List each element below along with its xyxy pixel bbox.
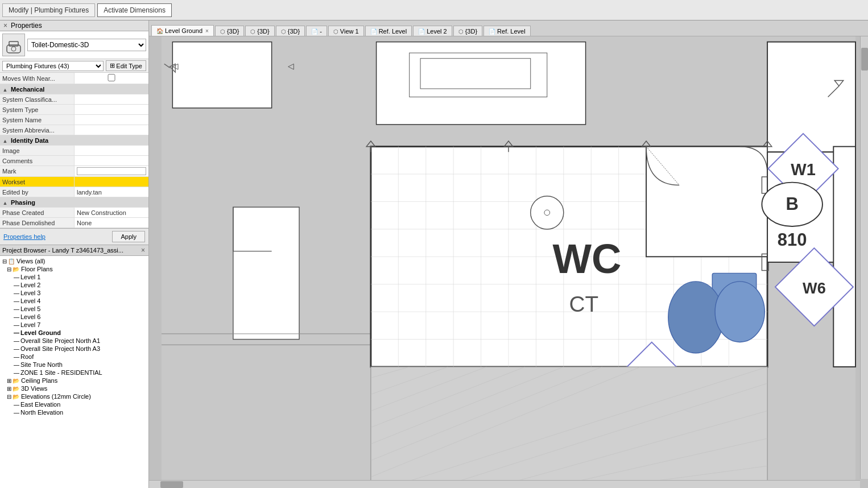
tree-roof[interactable]: — Roof — [0, 353, 148, 361]
floor-plans-toggle[interactable]: ⊟ — [7, 266, 11, 272]
mechanical-collapse-icon[interactable]: ▲ — [2, 87, 8, 93]
tab-ref-level-2[interactable]: 📄 Ref. Level — [483, 26, 531, 36]
mark-value[interactable] — [75, 166, 149, 177]
filter-dropdown[interactable]: Plumbing Fixtures (43) — [2, 61, 104, 71]
system-type-value[interactable] — [75, 105, 149, 115]
image-value[interactable] — [75, 146, 149, 156]
tree-level-ground[interactable]: — Level Ground — [0, 329, 148, 337]
tree-floor-plans[interactable]: ⊟ 📂 Floor Plans — [0, 265, 148, 273]
svg-text:WC: WC — [552, 235, 621, 282]
phase-created-label: Phase Created — [0, 208, 75, 218]
views-all-toggle[interactable]: ⊟ — [2, 258, 7, 264]
tab-3d-3-label: {3D} — [288, 28, 300, 35]
tree-site-true-north[interactable]: — Site True North — [0, 361, 148, 369]
phasing-collapse-icon[interactable]: ▲ — [2, 200, 8, 206]
tree-north-elevation[interactable]: — North Elevation — [0, 408, 148, 416]
3d-views-toggle[interactable]: ⊞ — [7, 386, 11, 392]
tree-overall-north-a3[interactable]: — Overall Site Project North A3 — [0, 345, 148, 353]
system-abbrevia-value[interactable] — [75, 125, 149, 135]
tree-zone-1-residential[interactable]: — ZONE 1 Site - RESIDENTIAL — [0, 369, 148, 377]
elevations-toggle[interactable]: ⊟ — [7, 394, 11, 400]
identity-data-label: Identity Data — [11, 137, 48, 144]
system-name-label: System Name — [0, 115, 75, 125]
properties-scroll[interactable]: Moves With Near... ▲ Mechanical — [0, 73, 148, 228]
edit-type-label: Edit Type — [116, 63, 142, 69]
edited-by-row: Edited by landy.tan — [0, 187, 148, 197]
horizontal-scroll-thumb[interactable] — [160, 481, 183, 488]
svg-point-35 — [531, 196, 564, 229]
svg-rect-46 — [833, 147, 855, 367]
canvas-area[interactable]: WC CT — [149, 36, 868, 488]
system-abbrevia-row: System Abbrevia... — [0, 125, 148, 135]
phase-demolished-row: Phase Demolished None — [0, 218, 148, 228]
moves-with-near-row: Moves With Near... — [0, 73, 148, 84]
tree-level-4[interactable]: — Level 4 — [0, 297, 148, 305]
phase-demolished-value[interactable]: None — [75, 218, 149, 228]
horizontal-scrollbar[interactable] — [149, 480, 860, 488]
tree-level-1[interactable]: — Level 1 — [0, 273, 148, 281]
component-dropdown[interactable]: Toilet-Domestic-3D — [27, 39, 146, 51]
system-name-value[interactable] — [75, 115, 149, 125]
moves-with-near-checkbox[interactable] — [77, 74, 146, 81]
tree-overall-north-a1[interactable]: — Overall Site Project North A1 — [0, 337, 148, 345]
moves-with-near-value[interactable] — [75, 73, 149, 84]
tab-3d-3[interactable]: ⬡ {3D} — [276, 26, 305, 36]
browser-tree[interactable]: ⊟ 📋 Views (all) ⊟ 📂 Floor Plans — Level … — [0, 256, 148, 488]
vertical-scrollbar[interactable] — [860, 36, 868, 479]
identity-data-section-header: ▲ Identity Data — [0, 135, 148, 146]
browser-title: Project Browser - Landy T z3461473_assi.… — [2, 247, 123, 254]
workset-value[interactable] — [75, 177, 149, 187]
tree-views-all[interactable]: ⊟ 📋 Views (all) — [0, 257, 148, 265]
tree-3d-views[interactable]: ⊞ 📂 3D Views — [0, 384, 148, 392]
system-classifica-value[interactable] — [75, 94, 149, 105]
tree-elevations[interactable]: ⊟ 📂 Elevations (12mm Circle) — [0, 392, 148, 400]
tree-level-7[interactable]: — Level 7 — [0, 321, 148, 329]
tab-3d-4[interactable]: ⬡ {3D} — [453, 26, 482, 36]
modify-button[interactable]: Modify | Plumbing Fixtures — [2, 3, 95, 17]
tree-east-elevation[interactable]: — East Elevation — [0, 400, 148, 408]
left-panel: × Properties Toilet-Domestic-3D — [0, 20, 149, 488]
tab-ref-level-2-label: Ref. Level — [497, 28, 526, 35]
edit-type-button[interactable]: ⊞ Edit Type — [106, 60, 146, 71]
svg-point-41 — [715, 282, 764, 342]
edited-by-value: landy.tan — [75, 187, 149, 197]
ceiling-plans-toggle[interactable]: ⊞ — [7, 378, 11, 384]
browser-close-button[interactable]: × — [140, 246, 146, 254]
ref-level-1-tab-icon: 📄 — [370, 28, 377, 35]
mechanical-label: Mechanical — [11, 86, 44, 93]
tab-view1[interactable]: ⬡ View 1 — [328, 26, 364, 36]
properties-help-link[interactable]: Properties help — [3, 233, 46, 240]
tab-level-2[interactable]: 📄 Level 2 — [413, 26, 452, 36]
comments-value[interactable] — [75, 156, 149, 166]
identity-data-collapse-icon[interactable]: ▲ — [2, 138, 8, 144]
tab-3d-2[interactable]: ⬡ {3D} — [245, 26, 274, 36]
tree-ceiling-plans[interactable]: ⊞ 📂 Ceiling Plans — [0, 377, 148, 384]
component-selector: Toilet-Domestic-3D — [0, 31, 148, 59]
tab-ref-level-1[interactable]: 📄 Ref. Level — [365, 26, 412, 36]
tab-level-ground-close[interactable]: × — [205, 28, 209, 34]
phasing-label: Phasing — [11, 199, 35, 206]
tree-level-5[interactable]: — Level 5 — [0, 305, 148, 313]
phase-created-value[interactable]: New Construction — [75, 208, 149, 218]
tab-3d-1[interactable]: ⬡ {3D} — [215, 26, 244, 36]
tab-level-ground[interactable]: 🏠 Level Ground × — [151, 25, 214, 36]
activate-dimensions-button[interactable]: Activate Dimensions — [97, 3, 172, 17]
level-2-tab-icon: 📄 — [418, 28, 425, 35]
project-browser: Project Browser - Landy T z3461473_assi.… — [0, 245, 148, 488]
system-name-row: System Name — [0, 115, 148, 125]
properties-close-button[interactable]: × — [2, 22, 9, 30]
comments-label: Comments — [0, 156, 75, 166]
apply-button[interactable]: Apply — [112, 231, 145, 242]
vertical-scroll-thumb[interactable] — [861, 48, 868, 71]
edit-type-icon: ⊞ — [110, 62, 115, 69]
tree-level-2[interactable]: — Level 2 — [0, 281, 148, 289]
browser-header: Project Browser - Landy T z3461473_assi.… — [0, 245, 148, 256]
level-ground-tab-icon: 🏠 — [156, 28, 163, 34]
image-label: Image — [0, 146, 75, 156]
properties-header: × Properties — [0, 20, 148, 31]
system-type-label: System Type — [0, 105, 75, 115]
mark-input[interactable] — [77, 167, 146, 175]
tab-dash[interactable]: 📄 - — [306, 26, 327, 36]
tree-level-3[interactable]: — Level 3 — [0, 289, 148, 297]
tree-level-6[interactable]: — Level 6 — [0, 313, 148, 321]
